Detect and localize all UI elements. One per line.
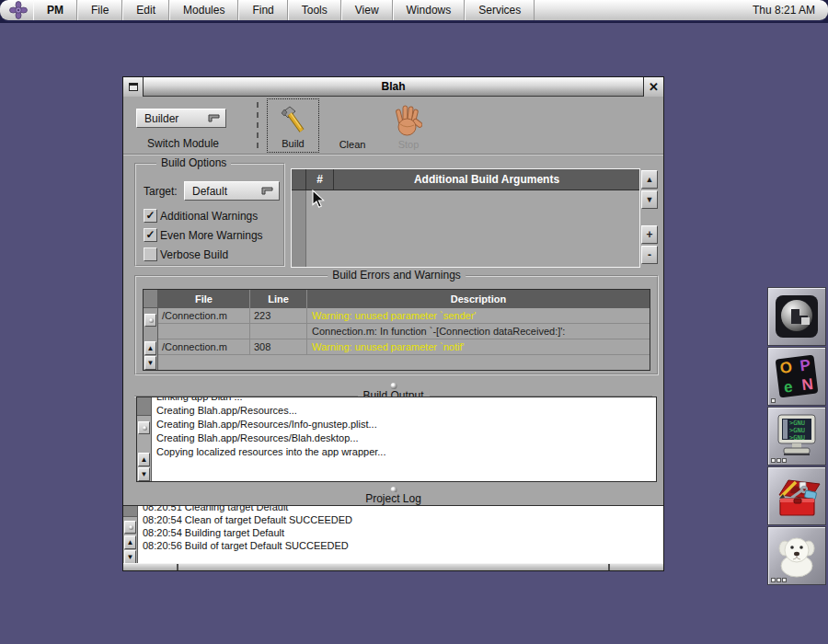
scroll-spacer [137, 397, 151, 416]
resize-notch[interactable] [177, 564, 178, 570]
args-scroll-up-button[interactable]: ▲ [641, 170, 658, 189]
menubar-clock: Thu 8:21 AM [740, 0, 828, 20]
build-arguments-table[interactable]: # Additional Build Arguments [291, 168, 640, 268]
error-file-cell: /Connection.m [158, 308, 250, 323]
error-row[interactable]: /Connection.m 223 Warning: unused parame… [158, 308, 650, 324]
svg-text:>GNU: >GNU [789, 434, 805, 442]
popup-arrow-icon [208, 114, 220, 122]
dog-icon [773, 532, 821, 580]
description-column-header: Description [307, 290, 650, 308]
menu-item-file[interactable]: File [77, 0, 122, 20]
toolbox-icon [772, 471, 822, 521]
scroll-up-button[interactable]: ▲ [144, 341, 156, 355]
menu-item-windows[interactable]: Windows [393, 0, 466, 20]
splitter-dimple[interactable] [390, 383, 397, 389]
error-row[interactable]: Connection.m: In function `-[Connection … [158, 324, 650, 339]
running-indicator-dots [772, 579, 786, 581]
hash-column-header: # [306, 169, 334, 190]
menu-item-pm[interactable]: PM [33, 0, 77, 20]
resize-notch[interactable] [608, 564, 610, 570]
build-errors-group: Build Errors and Warnings ▲ ▼ File Line … [134, 275, 659, 375]
build-button[interactable]: Build [267, 98, 319, 153]
scroll-knob[interactable] [144, 314, 156, 327]
menubar-strip: PM File Edit Modules Find Tools View Win… [0, 0, 828, 23]
stop-label: Stop [398, 139, 420, 150]
output-line: Copying localized resources into the app… [156, 445, 656, 459]
menu-item-find[interactable]: Find [238, 0, 287, 20]
dock-tile-dog[interactable] [767, 526, 826, 585]
output-scrollbar[interactable]: ▲ ▼ [137, 397, 152, 481]
log-line: 08:20:51 Cleaning target Default [143, 505, 663, 513]
checkbox-unchecked-icon [144, 247, 157, 261]
checkbox-verbose-build[interactable]: Verbose Build [144, 247, 228, 261]
hammer-icon [279, 101, 308, 138]
stop-button[interactable]: Stop [383, 98, 434, 153]
scroll-down-button[interactable]: ▼ [138, 467, 150, 481]
output-line: Creating Blah.app/Resources... [156, 404, 656, 418]
scroll-down-button[interactable]: ▼ [124, 550, 136, 564]
scroll-spacer [144, 290, 157, 308]
errors-table-main: File Line Description /Connection.m 223 … [158, 290, 650, 370]
window-resize-bar[interactable] [123, 563, 663, 570]
args-scroll-down-button[interactable]: ▼ [641, 190, 658, 209]
log-scrollbar[interactable]: ▲ ▼ [123, 506, 138, 564]
error-line-cell: 308 [250, 339, 307, 354]
gnustep-logo-icon [773, 293, 821, 340]
scroll-up-button[interactable]: ▲ [138, 453, 150, 466]
build-output-text: Linking app Blah ... Creating Blah.app/R… [152, 397, 656, 481]
menu-item-services[interactable]: Services [465, 0, 535, 20]
error-row[interactable]: /Connection.m 308 Warning: unused parame… [158, 339, 650, 355]
scroll-up-button[interactable]: ▲ [124, 535, 136, 549]
menu-item-modules[interactable]: Modules [169, 0, 238, 20]
project-log-pane: ▲ ▼ 08:20:51 Cleaning target Default 08:… [123, 505, 663, 565]
menubar: PM File Edit Modules Find Tools View Win… [0, 0, 828, 20]
dock-tile-gnustep[interactable] [767, 287, 826, 346]
arguments-scroll-track[interactable] [292, 190, 306, 267]
hand-stop-icon [395, 102, 422, 139]
module-popup-value: Builder [144, 112, 178, 125]
scroll-down-button[interactable]: ▼ [144, 356, 156, 370]
dock-tile-open[interactable]: OP eN [767, 347, 826, 406]
args-remove-button[interactable]: - [641, 246, 658, 264]
target-popup[interactable]: Default [184, 181, 280, 201]
scroll-knob[interactable] [138, 421, 150, 434]
log-line: 08:20:56 Build of target Default SUCCEED… [143, 539, 663, 552]
checkbox-even-more-warnings[interactable]: ✓ Even More Warnings [144, 228, 263, 242]
checkbox-label: Even More Warnings [160, 229, 263, 242]
titlebar[interactable]: Blah ✕ [123, 77, 663, 97]
target-popup-value: Default [192, 185, 227, 198]
miniaturize-button[interactable] [123, 77, 144, 97]
errors-table[interactable]: ▲ ▼ File Line Description /Connection.m … [143, 289, 650, 371]
scroll-knob[interactable] [124, 521, 136, 534]
output-line: Creating Blah.app/Resources/Blah.desktop… [156, 431, 656, 445]
menu-item-view[interactable]: View [341, 0, 393, 20]
menu-item-tools[interactable]: Tools [288, 0, 341, 20]
error-desc-cell: Warning: unused parameter `sender' [307, 308, 650, 323]
dock-tile-toolbox[interactable] [767, 466, 826, 525]
clean-label: Clean [339, 139, 366, 150]
build-output-pane: ▲ ▼ Linking app Blah ... Creating Blah.a… [136, 397, 657, 482]
switch-module-popup[interactable]: Builder [136, 109, 226, 128]
errors-table-header: File Line Description [158, 290, 650, 308]
error-line-cell: 223 [250, 308, 307, 323]
checkbox-checked-icon: ✓ [144, 209, 157, 223]
args-add-button[interactable]: + [641, 225, 658, 244]
menu-item-edit[interactable]: Edit [122, 0, 169, 20]
header-spacer [292, 169, 306, 190]
build-arguments-body[interactable] [292, 190, 639, 267]
errors-scrollbar[interactable]: ▲ ▼ [144, 290, 158, 370]
file-column-header: File [158, 290, 250, 308]
clean-button[interactable]: Clean [328, 98, 377, 153]
checkbox-additional-warnings[interactable]: ✓ Additional Warnings [144, 209, 258, 223]
close-button[interactable]: ✕ [643, 77, 663, 97]
popup-arrow-icon [261, 187, 273, 195]
error-desc-cell: Warning: unused parameter `notif' [307, 339, 650, 354]
open-letters-icon: OP eN [776, 355, 819, 398]
error-desc-cell: Connection.m: In function `-[Connection … [307, 324, 650, 339]
dock-tile-terminal[interactable]: >GNU >GNU >GNU [767, 407, 826, 466]
miniaturize-icon [129, 83, 138, 91]
build-options-title: Build Options [156, 156, 231, 169]
error-file-cell [158, 324, 250, 339]
log-line: 08:20:54 Clean of target Default SUCCEED… [143, 513, 663, 526]
flower-app-icon [0, 0, 33, 20]
